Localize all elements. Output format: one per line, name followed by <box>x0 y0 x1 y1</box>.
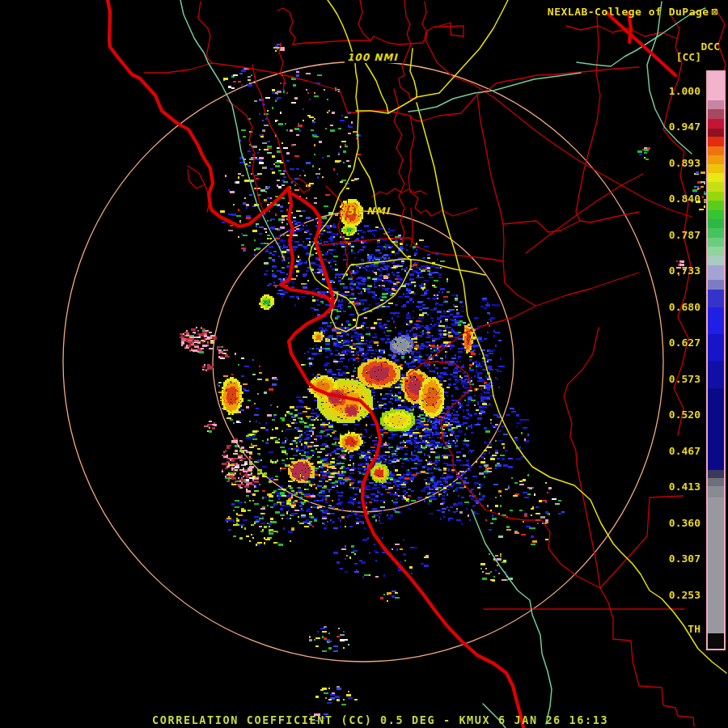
colorbar-segment <box>708 182 724 192</box>
colorbar-segment <box>708 280 724 290</box>
colorbar-segment <box>708 247 724 256</box>
title-text: NEXLAB-College of DuPage <box>548 6 709 18</box>
colorbar-tick-label: 0.253 <box>669 590 700 600</box>
title-logo-icon: ⊠ <box>712 6 718 18</box>
colorbar-tick-label: 0.627 <box>669 337 700 348</box>
colorbar-tick-label: 0.733 <box>669 265 700 276</box>
colorbar-segment <box>708 192 724 201</box>
colorbar-tick-label: 0.413 <box>669 481 700 492</box>
colorbar-segment <box>708 173 724 182</box>
colorbar-segment <box>708 361 724 388</box>
colorbar-segment <box>708 100 724 109</box>
radar-app: NEXLAB-College of DuPage⊠ DCC [CC] 1.000… <box>0 0 728 728</box>
product-code-label: DCC <box>701 40 720 53</box>
colorbar-segment <box>708 478 724 486</box>
colorbar-tick-label: 0.893 <box>669 158 700 168</box>
threshold-label: TH <box>688 623 700 635</box>
colorbar-segment <box>708 228 724 238</box>
colorbar-segment <box>708 307 724 334</box>
colorbar-segment <box>708 334 724 361</box>
colorbar <box>706 70 726 650</box>
colorbar-tick-label: 0.573 <box>669 374 700 384</box>
colorbar-segment <box>708 388 724 470</box>
colorbar-tick-label: 0.307 <box>669 553 700 564</box>
colorbar-tick-label: 0.787 <box>669 230 700 240</box>
colorbar-segment <box>708 238 724 247</box>
colorbar-segments <box>708 72 724 650</box>
colorbar-segment <box>708 486 724 497</box>
colorbar-tick-label: 0.680 <box>669 302 700 312</box>
colorbar-segment <box>708 290 724 307</box>
units-label: [CC] <box>676 51 701 63</box>
colorbar-segment <box>708 201 724 210</box>
colorbar-segment <box>708 72 724 100</box>
colorbar-segment <box>708 109 724 119</box>
product-caption: CORRELATION COEFFICIENT (CC) 0.5 DEG - K… <box>152 713 608 726</box>
radar-display-canvas <box>0 0 728 728</box>
colorbar-segment <box>708 146 724 155</box>
colorbar-tick-label: 0.467 <box>669 446 700 456</box>
colorbar-segment <box>708 155 724 164</box>
colorbar-tick-label: 0.520 <box>669 409 700 420</box>
colorbar-segment <box>708 164 724 173</box>
colorbar-tick-label: 0.947 <box>669 121 700 132</box>
colorbar-tick-label: 0.840 <box>669 193 700 204</box>
colorbar-tick-label: 1.000 <box>669 86 700 96</box>
colorbar-segment <box>708 119 724 129</box>
colorbar-segment <box>708 633 724 650</box>
outer-ring-label: 100 NMI <box>345 52 400 63</box>
inner-ring-label: 50 NMI <box>347 205 390 217</box>
colorbar-segment <box>708 210 724 219</box>
colorbar-segment <box>708 470 724 478</box>
page-title: NEXLAB-College of DuPage⊠ <box>548 6 718 18</box>
colorbar-segment <box>708 137 724 146</box>
colorbar-segment <box>708 256 724 265</box>
colorbar-segment <box>708 219 724 228</box>
colorbar-segment <box>708 497 724 633</box>
colorbar-segment <box>708 129 724 137</box>
colorbar-tick-label: 0.360 <box>669 518 700 528</box>
colorbar-segment <box>708 265 724 280</box>
